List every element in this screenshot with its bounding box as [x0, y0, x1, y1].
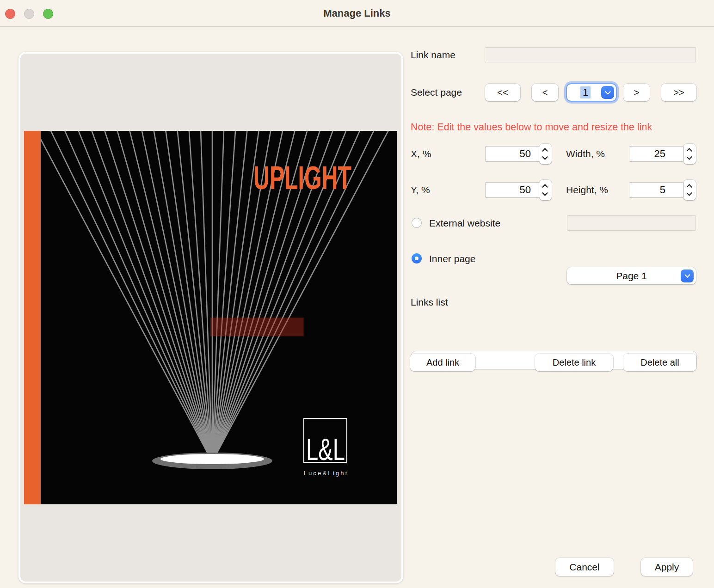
select-page-label: Select page — [411, 84, 462, 101]
note-text: Note: Edit the values below to move and … — [411, 122, 652, 133]
stepper-up-icon — [686, 184, 692, 190]
stepper-down-icon — [686, 190, 692, 196]
inner-page-chevron-button[interactable] — [681, 270, 694, 282]
poster-title: UPLIGHT — [253, 160, 351, 196]
page-number-combobox[interactable]: 1 — [567, 84, 616, 101]
first-page-button[interactable]: << — [485, 84, 520, 101]
next-page-button[interactable]: > — [623, 84, 650, 101]
stepper-up-icon — [686, 148, 692, 154]
width-stepper[interactable] — [683, 144, 696, 164]
x-label: X, % — [411, 145, 431, 163]
spotlight-lens-inner — [160, 454, 264, 464]
stepper-up-icon — [542, 184, 548, 190]
height-label: Height, % — [566, 181, 608, 199]
external-website-input[interactable] — [567, 215, 696, 231]
delete-all-button[interactable]: Delete all — [623, 354, 696, 371]
height-input[interactable] — [629, 182, 683, 198]
inner-page-dropdown[interactable]: Page 1 — [567, 267, 696, 284]
inner-page-label: Inner page — [429, 250, 475, 268]
page-combobox-chevron-button[interactable] — [601, 86, 614, 99]
page-preview-image[interactable]: UPLIGHT L&L Luce&Light — [24, 131, 397, 504]
width-input[interactable] — [629, 146, 683, 162]
stepper-up-icon — [542, 148, 548, 154]
apply-button[interactable]: Apply — [641, 558, 693, 576]
y-stepper[interactable] — [539, 180, 552, 200]
window-title: Manage Links — [0, 0, 714, 27]
width-label: Width, % — [566, 145, 605, 163]
chevron-down-icon — [605, 89, 611, 95]
link-name-input[interactable] — [485, 47, 696, 62]
inner-page-value: Page 1 — [616, 270, 647, 282]
add-link-button[interactable]: Add link — [410, 354, 475, 371]
radio-dot-icon — [415, 257, 419, 260]
page-preview-panel: UPLIGHT L&L Luce&Light — [18, 52, 403, 583]
inner-page-radio[interactable] — [412, 253, 422, 263]
cancel-button[interactable]: Cancel — [555, 558, 614, 576]
logo-text: L&L — [306, 432, 345, 466]
last-page-button[interactable]: >> — [661, 84, 696, 101]
height-stepper[interactable] — [683, 180, 696, 200]
y-label: Y, % — [411, 181, 430, 199]
link-name-label: Link name — [411, 46, 455, 64]
links-list-label: Links list — [411, 294, 448, 311]
previous-page-button[interactable]: < — [532, 84, 558, 101]
page-number-value: 1 — [580, 86, 591, 98]
stepper-down-icon — [686, 154, 692, 160]
delete-link-button[interactable]: Delete link — [535, 354, 613, 371]
stepper-down-icon — [542, 154, 548, 160]
logo-subtext: Luce&Light — [303, 470, 348, 477]
orange-bar-graphic — [24, 131, 41, 504]
external-website-radio[interactable] — [412, 218, 422, 228]
x-stepper[interactable] — [539, 144, 552, 164]
title-bar: Manage Links — [0, 0, 714, 27]
stepper-down-icon — [542, 190, 548, 196]
chevron-down-icon — [684, 272, 690, 278]
external-website-label: External website — [429, 214, 500, 232]
link-region-overlay[interactable] — [210, 318, 304, 336]
